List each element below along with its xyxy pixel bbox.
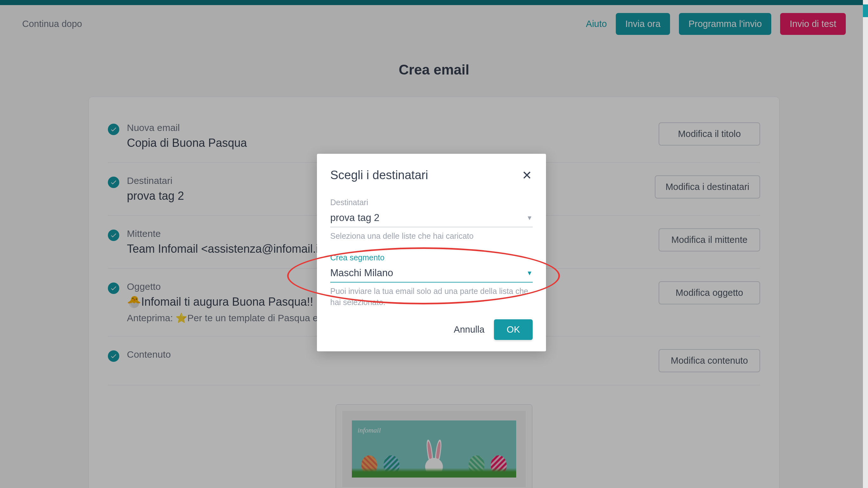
recipients-select[interactable]: prova tag 2 ▼: [330, 209, 533, 227]
recipients-modal: Scegli i destinatari ✕ Destinatari prova…: [317, 154, 546, 351]
segment-select-value: Maschi Milano: [330, 267, 393, 279]
modal-actions: Annulla OK: [330, 319, 533, 340]
scrollbar-thumb[interactable]: [863, 4, 868, 17]
cancel-button[interactable]: Annulla: [454, 324, 485, 335]
modal-overlay[interactable]: Scegli i destinatari ✕ Destinatari prova…: [0, 0, 863, 488]
segment-select[interactable]: Maschi Milano ▼: [330, 264, 533, 283]
modal-title: Scegli i destinatari: [330, 168, 533, 182]
segment-form-group: Crea segmento Maschi Milano ▼ Puoi invia…: [330, 253, 533, 308]
scrollbar-track[interactable]: [863, 0, 868, 488]
ok-button[interactable]: OK: [494, 319, 533, 340]
recipients-select-label: Destinatari: [330, 198, 533, 207]
recipients-hint: Seleziona una delle liste che hai carica…: [330, 230, 533, 241]
dropdown-arrow-icon: ▼: [526, 214, 533, 222]
dropdown-arrow-icon: ▼: [526, 269, 533, 277]
recipients-form-group: Destinatari prova tag 2 ▼ Seleziona una …: [330, 198, 533, 241]
segment-hint: Puoi inviare la tua email solo ad una pa…: [330, 286, 533, 308]
recipients-select-value: prova tag 2: [330, 212, 379, 224]
segment-select-label: Crea segmento: [330, 253, 533, 262]
close-icon[interactable]: ✕: [521, 170, 533, 181]
